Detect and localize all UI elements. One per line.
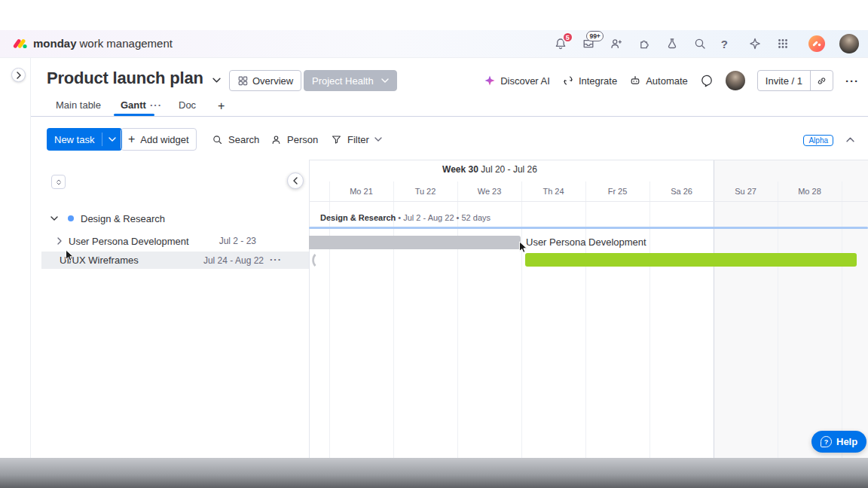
monday-app-window: mondaywork management 5 99+ — [0, 0, 868, 488]
mouse-cursor — [65, 249, 75, 263]
brand-name: monday — [33, 37, 77, 50]
board-chat-icon[interactable] — [700, 74, 714, 87]
person-filter-button[interactable]: Person — [264, 128, 325, 151]
person-icon — [270, 134, 282, 145]
notifications-bell-icon[interactable]: 5 — [554, 37, 567, 50]
clipped-bar-indicator — [310, 254, 316, 267]
add-tab-button[interactable]: + — [218, 99, 225, 113]
inbox-tray-icon[interactable]: 99+ — [582, 37, 595, 50]
day-header: Fr 25 — [585, 181, 649, 201]
ai-sparkle-icon[interactable] — [748, 37, 762, 50]
brand-product: work management — [80, 37, 173, 50]
gantt-bar-uiux-wireframes[interactable] — [525, 253, 857, 267]
plus-icon: + — [128, 133, 135, 146]
top-bar: mondaywork management 5 99+ — [0, 30, 868, 58]
task-row[interactable]: User Persona Development Jul 2 - 23 — [41, 232, 309, 250]
topbar-icon-cluster: 5 99+ — [554, 34, 868, 53]
gridline — [842, 181, 842, 458]
help-icon[interactable]: ? — [721, 38, 728, 50]
group-collapse-chevron-icon[interactable] — [50, 216, 58, 221]
copy-link-icon[interactable] — [810, 71, 833, 90]
discover-ai-star-icon — [484, 75, 496, 87]
discover-ai-label: Discover AI — [500, 75, 550, 87]
gridline — [329, 181, 330, 458]
tabs-divider — [31, 116, 868, 117]
task-dates: Jul 2 - 23 — [219, 236, 256, 246]
user-avatar[interactable] — [839, 34, 859, 53]
task-name[interactable]: User Persona Development — [69, 236, 189, 247]
group-color-dot — [68, 215, 74, 221]
gridline — [649, 181, 650, 458]
new-task-chevron-icon[interactable] — [102, 137, 122, 142]
collapse-all-button[interactable] — [51, 175, 66, 189]
apps-grid-icon[interactable] — [776, 37, 790, 50]
gridline — [521, 181, 522, 458]
new-task-button[interactable]: New task — [47, 128, 122, 151]
automate-robot-icon — [629, 75, 641, 87]
week-boundary-line — [714, 160, 714, 458]
invite-button[interactable]: Invite / 1 — [758, 71, 810, 90]
task-expand-chevron-icon[interactable] — [57, 237, 62, 245]
scroll-left-button[interactable] — [287, 172, 304, 189]
add-widget-button[interactable]: + Add widget — [121, 128, 197, 151]
day-header: Th 24 — [521, 181, 585, 201]
help-button[interactable]: ? Help — [811, 431, 866, 453]
board-owner-avatar[interactable] — [726, 71, 745, 90]
group-row[interactable]: Design & Research — [41, 209, 309, 227]
overview-grid-icon — [237, 75, 248, 86]
header-actions: Discover AI Integrate Automate Invite / … — [484, 70, 859, 91]
integrate-button[interactable]: Integrate — [562, 75, 617, 87]
gridline — [457, 181, 458, 458]
tab-gantt-menu-icon[interactable]: ··· — [150, 99, 162, 111]
project-health-label: Project Health — [312, 75, 374, 87]
discover-ai-button[interactable]: Discover AI — [484, 75, 550, 87]
toolbar-search-icon — [212, 134, 223, 145]
filter-chevron-icon — [374, 137, 382, 142]
work-management-product-icon[interactable] — [808, 35, 825, 52]
gantt-widget: Week 30 Jul 20 - Jul 26 Mo 21 Tu 22 We 2… — [41, 160, 868, 458]
automate-button[interactable]: Automate — [629, 75, 688, 87]
project-health-button[interactable]: Project Health — [304, 70, 397, 91]
search-button[interactable]: Search — [205, 128, 266, 151]
invite-button-group: Invite / 1 — [757, 70, 833, 91]
group-timeline-bar[interactable] — [309, 227, 868, 229]
automate-label: Automate — [646, 75, 688, 87]
day-header: We 23 — [457, 181, 521, 201]
tab-main-table[interactable]: Main table — [56, 99, 101, 111]
filter-button[interactable]: Filter — [324, 128, 389, 151]
group-name[interactable]: Design & Research — [81, 213, 165, 224]
gantt-bar-label: User Persona Development — [526, 236, 646, 248]
overview-button[interactable]: Overview — [229, 70, 301, 91]
expand-sidebar-button[interactable] — [11, 68, 26, 82]
gridline — [393, 181, 394, 458]
search-icon[interactable] — [693, 37, 707, 50]
gantt-bar-user-persona[interactable] — [309, 236, 521, 249]
group-summary: Design & Research • Jul 2 - Aug 22 • 52 … — [320, 213, 491, 222]
person-label: Person — [287, 134, 318, 145]
labs-flask-icon[interactable] — [665, 37, 679, 50]
help-label: Help — [836, 436, 857, 447]
day-header: Tu 22 — [393, 181, 457, 201]
task-menu-icon[interactable]: ··· — [270, 254, 282, 265]
add-widget-label: Add widget — [140, 134, 188, 145]
day-header: Mo 28 — [778, 181, 842, 201]
title-chevron-down-icon[interactable] — [212, 78, 221, 83]
week-header: Week 30 Jul 20 - Jul 26 — [414, 164, 565, 175]
marketplace-puzzle-icon[interactable] — [637, 37, 651, 50]
inbox-badge: 99+ — [586, 31, 603, 41]
collapse-widget-chevron-icon[interactable] — [846, 137, 854, 142]
alpha-badge: Alpha — [803, 135, 833, 146]
invite-members-icon[interactable] — [610, 37, 623, 50]
collapsed-sidebar — [0, 58, 31, 458]
task-row[interactable]: UI/UX Wireframes Jul 24 - Aug 22 — [41, 252, 309, 269]
drag-cursor — [518, 241, 528, 255]
day-header: Sa 26 — [649, 181, 714, 201]
board-menu-icon[interactable]: ··· — [845, 75, 859, 87]
day-header: Mo 21 — [329, 181, 393, 201]
week-number: Week 30 — [442, 164, 478, 175]
tab-gantt[interactable]: Gantt — [121, 99, 146, 111]
monday-logo[interactable] — [11, 35, 27, 52]
gridline — [585, 181, 586, 458]
day-header-border — [309, 201, 868, 202]
tab-doc[interactable]: Doc — [179, 99, 196, 111]
